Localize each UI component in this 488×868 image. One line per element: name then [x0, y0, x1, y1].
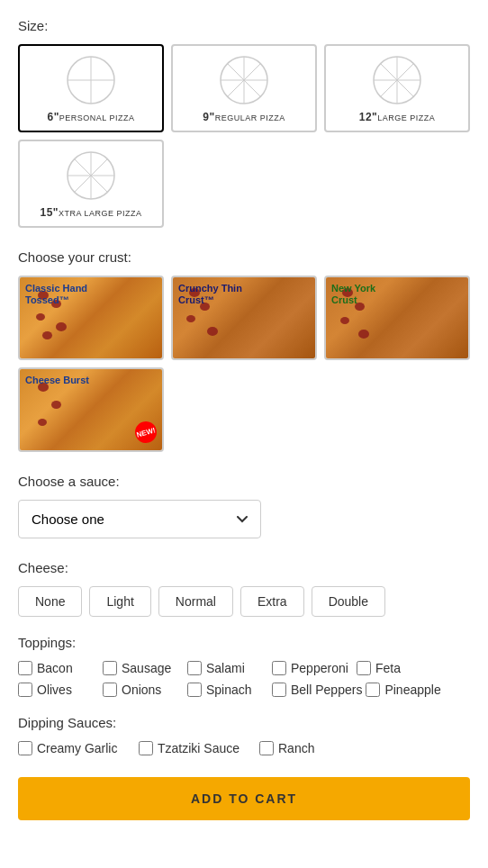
- topping-onions-checkbox[interactable]: [103, 683, 117, 697]
- topping-spinach-checkbox[interactable]: [187, 683, 202, 697]
- dipping-grid: Creamy Garlic Tzatziki Sauce Ranch: [18, 741, 470, 755]
- toppings-label: Toppings:: [18, 635, 470, 650]
- dipping-ranch-checkbox[interactable]: [259, 741, 274, 755]
- topping-pineapple-checkbox[interactable]: [366, 683, 380, 697]
- topping-salami[interactable]: Salami: [187, 661, 268, 675]
- topping-pepperoni-checkbox[interactable]: [272, 661, 286, 675]
- crust-grid: Classic Hand Tossed™ Crunchy Thin Crust™: [18, 276, 470, 360]
- crust-option-ny[interactable]: New York Crust: [324, 276, 470, 360]
- size-option-9in[interactable]: 9"Regular Pizza: [171, 44, 317, 132]
- cheese-options: None Light Normal Extra Double: [18, 586, 470, 617]
- topping-feta-checkbox[interactable]: [357, 661, 371, 675]
- size-15in-text: 15"Xtra Large Pizza: [40, 206, 141, 219]
- toppings-grid: Bacon Sausage Salami Pepperoni Feta Oliv…: [18, 661, 470, 697]
- size-option-15in[interactable]: 15"Xtra Large Pizza: [18, 140, 164, 228]
- cheese-extra[interactable]: Extra: [240, 586, 304, 617]
- size-label: Size:: [18, 18, 470, 33]
- size-grid-row2: 15"Xtra Large Pizza: [18, 140, 470, 228]
- size-section: Size: 6"Personal Pizza 9"Regular Pizza: [18, 18, 470, 228]
- cheese-light[interactable]: Light: [89, 586, 150, 617]
- topping-pineapple[interactable]: Pineapple: [366, 683, 447, 697]
- sauce-select[interactable]: Choose one Classic Tomato Creamy Garlic …: [18, 500, 261, 538]
- dipping-label: Dipping Sauces:: [18, 715, 470, 730]
- cheese-section: Cheese: None Light Normal Extra Double: [18, 560, 470, 617]
- topping-sausage-checkbox[interactable]: [103, 661, 117, 675]
- topping-bell-peppers-checkbox[interactable]: [272, 683, 286, 697]
- crust-classic-label: Classic Hand Tossed™: [25, 283, 97, 306]
- dipping-tzatziki[interactable]: Tzatziki Sauce: [139, 741, 256, 755]
- dipping-tzatziki-checkbox[interactable]: [139, 741, 153, 755]
- cheese-none[interactable]: None: [18, 586, 82, 617]
- toppings-section: Toppings: Bacon Sausage Salami Pepperoni…: [18, 635, 470, 697]
- crust-section: Choose your crust: Classic Hand Tossed™: [18, 249, 470, 452]
- dipping-creamy-garlic-checkbox[interactable]: [18, 741, 32, 755]
- dipping-section: Dipping Sauces: Creamy Garlic Tzatziki S…: [18, 715, 470, 755]
- add-to-cart-button[interactable]: ADD TO CART: [18, 777, 470, 820]
- sauce-label: Choose a sauce:: [18, 474, 470, 489]
- topping-bacon-checkbox[interactable]: [18, 661, 32, 675]
- topping-feta[interactable]: Feta: [357, 661, 438, 675]
- cheese-label: Cheese:: [18, 560, 470, 575]
- crust-ny-label: New York Crust: [331, 283, 403, 306]
- cheese-double[interactable]: Double: [312, 586, 385, 617]
- crust-option-classic[interactable]: Classic Hand Tossed™: [18, 276, 164, 360]
- crust-label: Choose your crust:: [18, 249, 470, 265]
- size-option-12in[interactable]: 12"Large Pizza: [324, 44, 470, 132]
- topping-bell-peppers[interactable]: Bell Peppers: [272, 683, 362, 697]
- size-grid: 6"Personal Pizza 9"Regular Pizza 12"Larg: [18, 44, 470, 132]
- topping-pepperoni[interactable]: Pepperoni: [272, 661, 353, 675]
- crust-option-cheese[interactable]: Cheese Burst NEW!: [18, 367, 164, 452]
- size-option-6in[interactable]: 6"Personal Pizza: [18, 44, 164, 132]
- crust-thin-label: Crunchy Thin Crust™: [178, 283, 250, 306]
- topping-salami-checkbox[interactable]: [187, 661, 202, 675]
- topping-bacon[interactable]: Bacon: [18, 661, 99, 675]
- dipping-creamy-garlic[interactable]: Creamy Garlic: [18, 741, 135, 755]
- size-9in-text: 9"Regular Pizza: [203, 111, 285, 123]
- size-6in-text: 6"Personal Pizza: [47, 111, 134, 123]
- crust-option-thin[interactable]: Crunchy Thin Crust™: [171, 276, 317, 360]
- dipping-ranch[interactable]: Ranch: [259, 741, 376, 755]
- crust-cheese-label: Cheese Burst: [25, 375, 89, 386]
- cheese-normal[interactable]: Normal: [158, 586, 233, 617]
- sauce-section: Choose a sauce: Choose one Classic Tomat…: [18, 474, 470, 538]
- topping-olives-checkbox[interactable]: [18, 683, 32, 697]
- size-12in-text: 12"Large Pizza: [359, 111, 436, 123]
- topping-spinach[interactable]: Spinach: [187, 683, 268, 697]
- topping-sausage[interactable]: Sausage: [103, 661, 184, 675]
- topping-olives[interactable]: Olives: [18, 683, 99, 697]
- crust-grid-row2: Cheese Burst NEW!: [18, 367, 470, 452]
- topping-onions[interactable]: Onions: [103, 683, 184, 697]
